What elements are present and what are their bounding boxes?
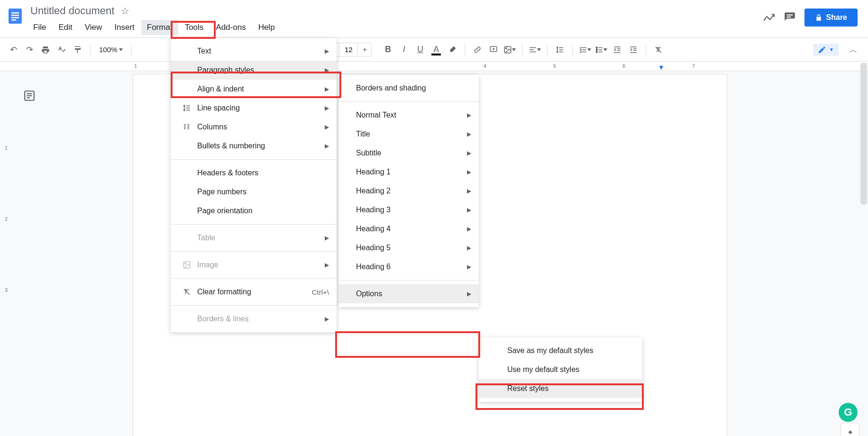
format-clear-formatting[interactable]: Clear formattingCtrl+\: [171, 282, 337, 301]
explore-button[interactable]: ✦: [841, 423, 859, 436]
menu-bar: File Edit View Insert Format Tools Add-o…: [27, 20, 763, 35]
toolbar: ↶ ↷ 100% − 12 + B I U A ▼ ︿: [0, 38, 868, 62]
bold-icon[interactable]: B: [381, 43, 394, 56]
format-align-indent[interactable]: Align & indent▶: [171, 80, 337, 99]
ps-title[interactable]: Title▶: [339, 125, 479, 144]
header: Untitled document ☆ File Edit View Inser…: [0, 0, 868, 38]
insert-image-icon[interactable]: [503, 43, 516, 56]
horizontal-ruler[interactable]: 1 4 5 6 7 ▼: [0, 62, 868, 71]
ps-options[interactable]: Options▶: [339, 284, 479, 303]
redo-icon[interactable]: ↷: [23, 43, 36, 56]
svg-point-20: [596, 47, 598, 48]
docs-logo[interactable]: [6, 7, 25, 26]
format-paragraph-styles[interactable]: Paragraph styles▶: [171, 61, 337, 80]
ruler-tick: 7: [692, 63, 695, 69]
ps-heading-1[interactable]: Heading 1▶: [339, 163, 479, 182]
svg-rect-5: [786, 15, 793, 16]
underline-icon[interactable]: U: [413, 43, 427, 56]
clear-formatting-icon[interactable]: [652, 43, 665, 56]
menu-file[interactable]: File: [27, 20, 52, 35]
opt-save-default[interactable]: Save as my default styles: [479, 341, 642, 360]
menu-edit[interactable]: Edit: [53, 20, 78, 35]
highlight-color-icon[interactable]: [446, 43, 459, 56]
format-page-numbers[interactable]: Page numbers: [171, 182, 337, 201]
chevron-down-icon: ▼: [829, 47, 834, 52]
add-comment-icon[interactable]: [487, 43, 500, 56]
ps-heading-4[interactable]: Heading 4▶: [339, 219, 479, 238]
ps-heading-5[interactable]: Heading 5▶: [339, 238, 479, 257]
ps-borders-shading[interactable]: Borders and shading: [339, 79, 479, 98]
svg-point-9: [506, 47, 507, 49]
format-text[interactable]: Text▶: [171, 42, 337, 61]
format-columns[interactable]: Columns▶: [171, 118, 337, 136]
format-menu-panel: Text▶ Paragraph styles▶ Align & indent▶ …: [171, 38, 337, 332]
spellcheck-icon[interactable]: [55, 43, 68, 56]
svg-rect-1: [11, 12, 19, 14]
text-color-icon[interactable]: A: [429, 43, 443, 56]
grammarly-icon[interactable]: G: [839, 403, 858, 422]
lock-icon: [815, 14, 822, 21]
font-size-value[interactable]: 12: [339, 43, 358, 56]
pencil-icon: [818, 45, 826, 54]
svg-rect-4: [11, 19, 16, 21]
checklist-icon[interactable]: [578, 43, 592, 56]
menu-view[interactable]: View: [79, 20, 108, 35]
ps-heading-6[interactable]: Heading 6▶: [339, 257, 479, 276]
activity-icon[interactable]: [763, 11, 775, 24]
ruler-tick: 5: [553, 63, 556, 69]
increase-indent-icon[interactable]: [627, 43, 640, 56]
vertical-scrollbar[interactable]: [860, 63, 867, 205]
bulleted-list-icon[interactable]: [594, 43, 608, 56]
opt-use-default[interactable]: Use my default styles: [479, 360, 642, 379]
options-menu-panel: Save as my default styles Use my default…: [479, 337, 642, 402]
format-line-spacing[interactable]: Line spacing▶: [171, 99, 337, 118]
ruler-tick: 1: [134, 63, 137, 69]
decrease-indent-icon[interactable]: [611, 43, 624, 56]
menu-help[interactable]: Help: [253, 20, 281, 35]
svg-point-22: [596, 51, 598, 53]
collapse-toolbar-icon[interactable]: ︿: [845, 44, 861, 55]
opt-reset-styles[interactable]: Reset styles: [479, 379, 642, 398]
format-image[interactable]: Image▶: [171, 255, 337, 274]
ps-subtitle[interactable]: Subtitle▶: [339, 144, 479, 163]
format-bullets-numbering[interactable]: Bullets & numbering▶: [171, 136, 337, 155]
title-area: Untitled document ☆ File Edit View Inser…: [27, 4, 763, 35]
zoom-value: 100%: [99, 45, 117, 54]
paint-format-icon[interactable]: [71, 43, 84, 56]
font-size-increase[interactable]: +: [358, 43, 371, 56]
undo-icon[interactable]: ↶: [7, 43, 20, 56]
menu-tools[interactable]: Tools: [179, 20, 210, 35]
paragraph-styles-menu-panel: Borders and shading Normal Text▶ Title▶ …: [339, 75, 479, 307]
comments-icon[interactable]: [784, 11, 796, 24]
menu-addons[interactable]: Add-ons: [210, 20, 251, 35]
right-margin-marker[interactable]: ▼: [658, 64, 665, 71]
svg-rect-6: [786, 17, 791, 18]
ps-heading-2[interactable]: Heading 2▶: [339, 182, 479, 200]
star-icon[interactable]: ☆: [121, 5, 129, 17]
svg-rect-0: [9, 9, 22, 24]
svg-point-52: [185, 263, 186, 264]
print-icon[interactable]: [39, 43, 52, 56]
line-spacing-icon[interactable]: [553, 43, 566, 56]
share-button[interactable]: Share: [804, 9, 858, 27]
format-table[interactable]: Table▶: [171, 228, 337, 247]
svg-point-21: [596, 49, 598, 50]
format-borders-lines[interactable]: Borders & lines▶: [171, 309, 337, 328]
ps-normal-text[interactable]: Normal Text▶: [339, 106, 479, 125]
menu-insert[interactable]: Insert: [109, 20, 140, 35]
ruler-tick: 6: [622, 63, 625, 69]
editing-mode-button[interactable]: ▼: [813, 44, 839, 56]
menu-format[interactable]: Format: [141, 20, 178, 35]
chevron-down-icon: [512, 48, 516, 51]
italic-icon[interactable]: I: [397, 43, 411, 56]
header-right: Share: [763, 4, 862, 27]
align-icon[interactable]: [528, 43, 541, 56]
format-page-orientation[interactable]: Page orientation: [171, 201, 337, 220]
ps-heading-3[interactable]: Heading 3▶: [339, 200, 479, 219]
format-headers-footers[interactable]: Headers & footers: [171, 164, 337, 182]
document-title[interactable]: Untitled document: [27, 4, 117, 18]
insert-link-icon[interactable]: [471, 43, 484, 56]
document-outline-icon[interactable]: [19, 85, 40, 106]
zoom-select[interactable]: 100%: [96, 45, 126, 54]
svg-rect-3: [11, 17, 19, 18]
